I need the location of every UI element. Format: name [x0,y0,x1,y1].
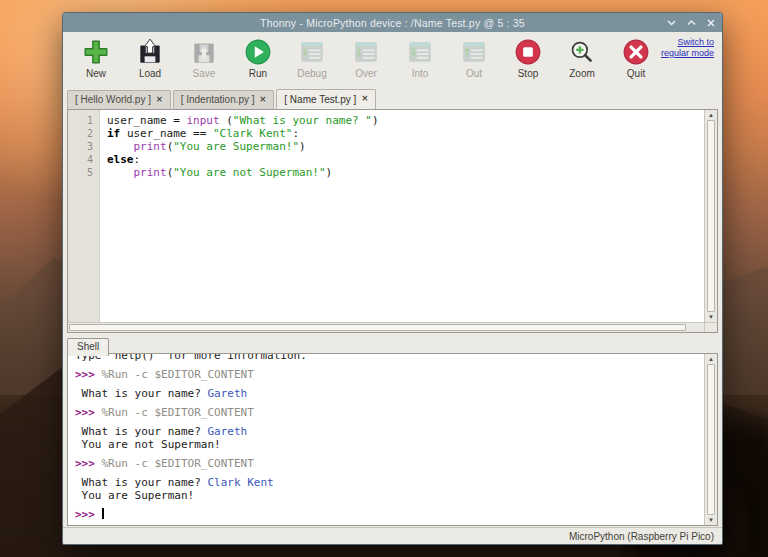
chevron-up-icon [687,19,696,26]
line-number: 3 [68,140,93,153]
switch-to-regular-mode-link[interactable]: Switch to regular mode [660,37,714,58]
minimize-button[interactable] [667,19,676,26]
shell-line: What is your name? Gareth [75,425,704,438]
window-title: Thonny - MicroPython device : /Name Test… [260,17,525,29]
title-bar[interactable]: Thonny - MicroPython device : /Name Test… [63,13,722,32]
shell-line: You are not Superman! [75,438,704,451]
save-label: Save [193,68,216,79]
code-editor[interactable]: 12345 user_name = input ("What is your n… [67,109,718,333]
tab-indentation[interactable]: [ Indentation.py ] ✕ [173,90,275,109]
shell-vertical-scrollbar[interactable]: ▲ ▼ [704,354,717,525]
window-controls [667,13,715,32]
tab-hello-world[interactable]: [ Hello World.py ] ✕ [67,90,171,109]
code-line: print("You are Superman!") [107,140,704,153]
scroll-up-icon[interactable]: ▲ [705,354,717,364]
toolbar: New Load [63,32,722,88]
shell-line: >>> [75,508,704,521]
editor-horizontal-scrollbar[interactable] [68,322,704,332]
debug-label: Debug [297,68,326,79]
shell-line: Type "help()" for more information. [75,354,704,362]
quit-button[interactable]: Quit [609,36,663,79]
new-file-icon [81,36,111,67]
scrollbar-thumb[interactable] [707,120,715,312]
code-line: if user_name == "Clark Kent": [107,127,704,140]
maximize-button[interactable] [687,19,696,26]
step-over-button[interactable]: Over [339,36,393,79]
editor-gutter: 12345 [68,110,100,322]
line-number: 4 [68,153,93,166]
shell-line: What is your name? Gareth [75,387,704,400]
zoom-icon [567,36,597,67]
load-button[interactable]: Load [123,36,177,79]
close-button[interactable] [707,19,715,27]
close-icon [707,19,715,27]
stop-button[interactable]: Stop [501,36,555,79]
tab-close-icon[interactable]: ✕ [156,96,163,104]
step-over-label: Over [355,68,377,79]
shell-tab[interactable]: Shell [67,338,109,356]
step-out-label: Out [466,68,482,79]
chevron-down-icon [667,19,676,26]
editor-tab-bar: [ Hello World.py ] ✕ [ Indentation.py ] … [63,88,722,109]
step-out-button[interactable]: Out [447,36,501,79]
zoom-button[interactable]: Zoom [555,36,609,79]
new-label: New [86,68,106,79]
shell-tab-row: Shell [63,333,722,353]
tab-label: [ Indentation.py ] [181,94,255,105]
shell-output[interactable]: Type "help()" for more information.>>> %… [68,354,704,525]
run-icon [243,36,273,67]
line-number: 5 [68,166,93,179]
step-into-button[interactable]: Into [393,36,447,79]
tab-name-test[interactable]: [ Name Test.py ] ✕ [276,89,376,109]
quit-label: Quit [627,68,645,79]
tab-close-icon[interactable]: ✕ [260,96,267,104]
scrollbar-corner [704,322,717,332]
tab-close-icon[interactable]: ✕ [361,95,368,103]
line-number: 1 [68,114,93,127]
quit-icon [621,36,651,67]
code-line: user_name = input ("What is your name? "… [107,114,704,127]
run-label: Run [249,68,267,79]
step-into-icon [405,36,435,67]
backend-indicator[interactable]: MicroPython (Raspberry Pi Pico) [569,531,714,542]
shell-line: >>> %Run -c $EDITOR_CONTENT [75,457,704,470]
scroll-up-icon[interactable]: ▲ [705,110,717,120]
text-cursor [102,508,104,519]
debug-button[interactable]: Debug [285,36,339,79]
shell-line: >>> %Run -c $EDITOR_CONTENT [75,368,704,381]
debug-icon [297,36,327,67]
tab-label: [ Name Test.py ] [284,94,356,105]
shell-line: What is your name? Clark Kent [75,476,704,489]
scroll-down-icon[interactable]: ▼ [705,312,717,322]
editor-code[interactable]: user_name = input ("What is your name? "… [100,110,704,322]
scrollbar-thumb[interactable] [707,364,715,515]
save-button[interactable]: Save [177,36,231,79]
step-into-label: Into [412,68,429,79]
code-line: else: [107,153,704,166]
editor-vertical-scrollbar[interactable]: ▲ ▼ [704,110,717,322]
load-label: Load [139,68,161,79]
zoom-label: Zoom [569,68,595,79]
new-button[interactable]: New [69,36,123,79]
step-out-icon [459,36,489,67]
load-icon [135,36,165,67]
shell-line: >>> %Run -c $EDITOR_CONTENT [75,406,704,419]
save-icon [189,36,219,67]
stop-label: Stop [518,68,539,79]
stop-icon [513,36,543,67]
scroll-down-icon[interactable]: ▼ [705,515,717,525]
step-over-icon [351,36,381,67]
tab-label: [ Hello World.py ] [75,94,151,105]
thonny-window: Thonny - MicroPython device : /Name Test… [62,12,723,545]
shell-line: You are Superman! [75,489,704,502]
shell-panel[interactable]: Type "help()" for more information.>>> %… [67,353,718,526]
run-button[interactable]: Run [231,36,285,79]
status-bar: MicroPython (Raspberry Pi Pico) [63,527,722,544]
code-line: print("You are not Superman!") [107,166,704,179]
scrollbar-thumb[interactable] [69,324,686,331]
line-number: 2 [68,127,93,140]
desktop-background: Thonny - MicroPython device : /Name Test… [0,0,768,557]
